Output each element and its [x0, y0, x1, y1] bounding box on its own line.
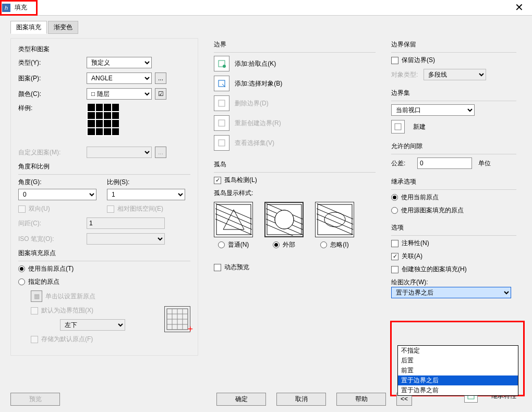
color-swatch-button[interactable]: ☑	[155, 88, 166, 100]
inherit-opt-legend: 继承选项	[391, 177, 516, 186]
keep-boundary-label: 保留边界(S)	[402, 56, 435, 65]
gap-legend: 允许的间隙	[391, 142, 516, 151]
preview-button: 预览	[10, 393, 60, 406]
dynamic-preview-checkbox[interactable]	[214, 264, 221, 271]
store-default-label: 存储为默认原点(F)	[41, 335, 93, 344]
new-boundset-label: 新建	[413, 123, 426, 131]
add-select-objects-label: 添加:选择对象(B)	[235, 79, 282, 88]
draw-order-opt-1[interactable]: 后置	[398, 356, 518, 366]
separate-label: 创建独立的图案填充(H)	[402, 265, 467, 274]
double-label: 双向(U)	[29, 204, 50, 213]
dynamic-preview-label: 动态预览	[224, 263, 249, 272]
origin-specify-label: 指定的原点	[28, 277, 59, 286]
relpaper-checkbox	[107, 205, 114, 213]
sample-label: 样例:	[18, 104, 83, 113]
draw-order-select[interactable]: 置于边界之后	[391, 287, 511, 298]
click-new-origin-button: ▦	[31, 290, 42, 302]
origin-pos-select: 左下	[60, 319, 125, 331]
island-normal-label: 普通(N)	[228, 240, 249, 249]
delete-boundary-label: 删除边界(D)	[235, 99, 269, 108]
svg-rect-33	[395, 124, 401, 130]
help-button[interactable]: 帮助	[336, 393, 386, 406]
draw-order-opt-2[interactable]: 前置	[398, 366, 518, 375]
origin-current-radio[interactable]	[18, 265, 25, 272]
title-highlight-box	[0, 0, 38, 16]
svg-point-26	[275, 210, 294, 229]
keep-boundary-checkbox[interactable]	[391, 57, 398, 64]
custom-pattern-label: 自定义图案(M):	[18, 148, 83, 157]
pattern-label: 图案(P):	[18, 74, 83, 83]
annotative-label: 注释性(N)	[402, 239, 429, 248]
island-ignore-radio[interactable]	[320, 241, 327, 248]
origin-specify-radio[interactable]	[18, 278, 25, 285]
inherit-current-label: 使用当前原点	[401, 193, 439, 202]
draw-order-opt-0[interactable]: 不指定	[398, 346, 518, 356]
annotative-checkbox[interactable]	[391, 240, 398, 247]
svg-rect-11	[219, 120, 225, 126]
draw-order-opt-3[interactable]: 置于边界之后	[398, 375, 518, 385]
default-bound-label: 默认为边界范围(X)	[41, 306, 93, 315]
type-pattern-legend: 类型和图案	[18, 45, 190, 54]
tolerance-label: 公差:	[391, 159, 414, 168]
ok-button[interactable]: 确定	[216, 393, 266, 406]
svg-rect-13	[216, 204, 251, 235]
angle-select[interactable]: 0	[18, 189, 96, 200]
default-bound-checkbox	[31, 307, 38, 314]
island-detect-checkbox[interactable]	[214, 177, 221, 184]
objtype-select: 多段线	[424, 69, 486, 80]
island-outer-label: 外部	[283, 240, 295, 249]
island-ignore-img[interactable]	[315, 202, 354, 237]
recreate-boundary-label: 重新创建边界(R)	[235, 119, 281, 128]
add-pick-points-button[interactable]	[214, 56, 229, 71]
inherit-source-radio[interactable]	[391, 207, 398, 214]
island-detect-label: 孤岛检测(L)	[224, 176, 257, 185]
island-normal-radio[interactable]	[218, 241, 225, 248]
view-selection-label: 查看选择集(V)	[235, 139, 274, 148]
boundset-select[interactable]: 当前视口	[391, 104, 475, 116]
assoc-checkbox[interactable]	[391, 253, 398, 260]
tolerance-input[interactable]	[417, 157, 472, 169]
svg-rect-10	[219, 100, 225, 106]
boundset-legend: 边界集	[391, 89, 516, 98]
angle-label: 角度(G):	[18, 178, 102, 187]
custom-pattern-select	[87, 147, 152, 158]
close-icon[interactable]: ✕	[515, 1, 524, 14]
island-outer-img[interactable]	[264, 202, 304, 237]
draw-order-dropdown[interactable]: 不指定 后置 前置 置于边界之后 置于边界之前	[397, 345, 518, 396]
type-select[interactable]: 预定义	[87, 57, 152, 68]
tab-gradient[interactable]: 渐变色	[48, 21, 78, 34]
spacing-label: 间距(C):	[18, 219, 83, 228]
draw-order-label: 绘图次序(W):	[391, 278, 516, 287]
recreate-boundary-button	[214, 115, 229, 131]
relpaper-label: 相对图纸空间(E)	[117, 204, 163, 213]
add-pick-points-label: 添加:拾取点(K)	[235, 59, 276, 68]
view-selection-button	[214, 135, 229, 151]
spacing-input	[87, 217, 165, 229]
unit-label: 单位	[478, 159, 491, 168]
new-boundset-button[interactable]	[391, 120, 405, 134]
sample-swatch[interactable]	[87, 104, 119, 136]
island-normal-img[interactable]	[214, 202, 253, 237]
scale-select[interactable]: 1	[107, 189, 185, 200]
island-outer-radio[interactable]	[273, 241, 280, 248]
svg-rect-12	[219, 140, 225, 146]
iso-select	[87, 233, 165, 245]
island-style-label: 孤岛显示样式:	[214, 189, 376, 198]
pattern-browse-button[interactable]: ...	[155, 72, 166, 84]
island-legend: 孤岛	[214, 160, 376, 169]
inherit-current-radio[interactable]	[391, 194, 398, 201]
assoc-label: 关联(A)	[402, 252, 422, 261]
cancel-button[interactable]: 取消	[276, 393, 326, 406]
island-ignore-label: 忽略(I)	[330, 240, 348, 249]
separate-checkbox[interactable]	[391, 266, 398, 273]
add-select-objects-button[interactable]	[214, 76, 229, 91]
origin-preview-icon	[164, 306, 190, 332]
objtype-label: 对象类型:	[391, 70, 420, 79]
origin-current-label: 使用当前原点(T)	[28, 264, 74, 273]
tab-fill[interactable]: 图案填充	[10, 21, 47, 34]
store-default-checkbox	[31, 336, 38, 343]
color-select[interactable]: □ 随层	[87, 88, 152, 100]
iso-label: ISO 笔宽(O):	[18, 235, 83, 244]
draw-order-opt-4[interactable]: 置于边界之前	[398, 385, 518, 395]
pattern-select[interactable]: ANGLE	[87, 72, 152, 84]
